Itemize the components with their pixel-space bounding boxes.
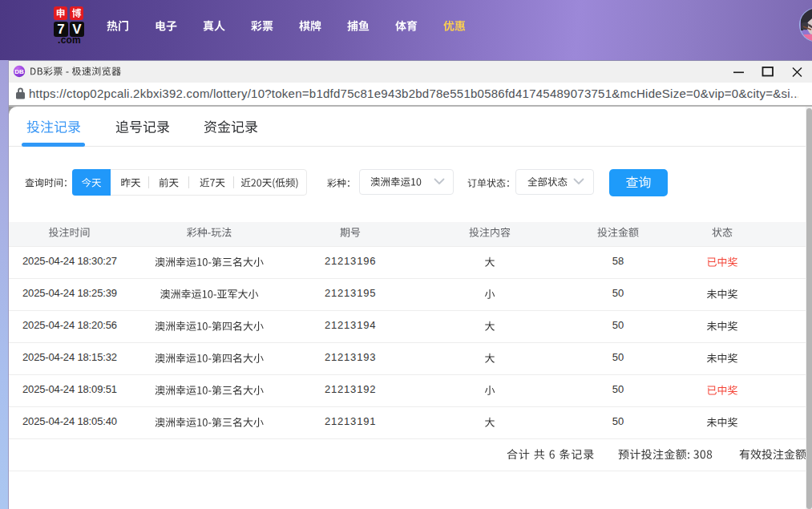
svg-text:DB: DB	[14, 68, 24, 75]
